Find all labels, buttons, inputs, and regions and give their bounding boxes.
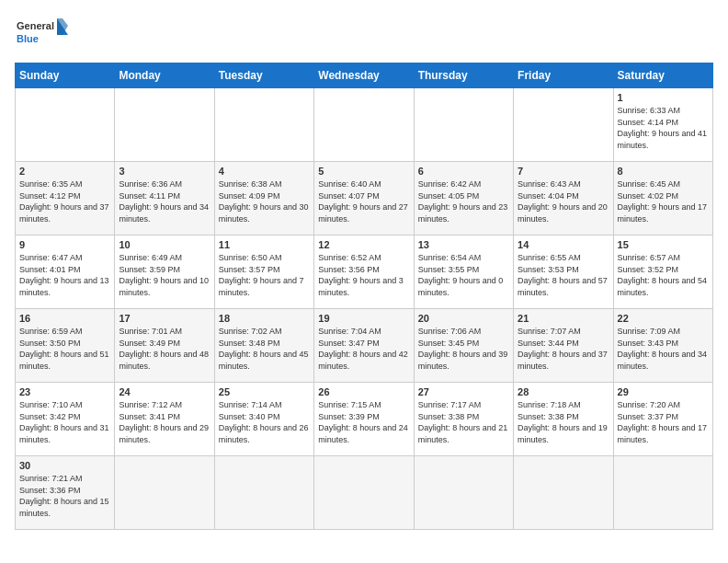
weekday-header: Wednesday [314,63,414,88]
day-number: 14 [518,239,609,250]
day-info: Sunrise: 6:52 AM Sunset: 3:56 PM Dayligh… [318,252,409,298]
day-number: 23 [19,386,110,397]
calendar-cell: 9Sunrise: 6:47 AM Sunset: 4:01 PM Daylig… [16,236,115,309]
calendar-cell: 24Sunrise: 7:12 AM Sunset: 3:41 PM Dayli… [115,383,214,456]
calendar-cell: 18Sunrise: 7:02 AM Sunset: 3:48 PM Dayli… [214,309,313,383]
day-info: Sunrise: 7:18 AM Sunset: 3:38 PM Dayligh… [518,399,609,445]
calendar-cell [214,88,313,162]
weekday-header: Sunday [16,63,115,88]
day-number: 5 [318,166,409,177]
calendar-cell [314,456,414,530]
day-info: Sunrise: 6:47 AM Sunset: 4:01 PM Dayligh… [19,252,110,298]
weekday-header: Monday [115,63,214,88]
day-info: Sunrise: 7:02 AM Sunset: 3:48 PM Dayligh… [219,326,310,372]
header: General Blue [15,15,713,55]
day-info: Sunrise: 7:09 AM Sunset: 3:43 PM Dayligh… [618,326,709,372]
day-info: Sunrise: 7:14 AM Sunset: 3:40 PM Dayligh… [219,399,310,445]
day-number: 21 [518,313,609,324]
svg-text:General: General [17,20,54,31]
calendar-cell: 20Sunrise: 7:06 AM Sunset: 3:45 PM Dayli… [414,309,513,383]
day-info: Sunrise: 6:54 AM Sunset: 3:55 PM Dayligh… [418,252,509,298]
day-number: 4 [219,166,310,177]
weekday-row: SundayMondayTuesdayWednesdayThursdayFrid… [16,63,713,88]
calendar-cell: 23Sunrise: 7:10 AM Sunset: 3:42 PM Dayli… [16,383,115,456]
day-info: Sunrise: 6:59 AM Sunset: 3:50 PM Dayligh… [19,326,110,372]
day-number: 24 [119,386,210,397]
day-number: 16 [19,313,110,324]
day-number: 1 [618,92,709,103]
calendar-cell [214,456,313,530]
calendar-cell [414,88,513,162]
day-number: 13 [418,239,509,250]
day-info: Sunrise: 6:40 AM Sunset: 4:07 PM Dayligh… [318,178,409,224]
calendar-cell: 16Sunrise: 6:59 AM Sunset: 3:50 PM Dayli… [16,309,115,383]
calendar-cell: 11Sunrise: 6:50 AM Sunset: 3:57 PM Dayli… [214,236,313,309]
calendar-cell: 7Sunrise: 6:43 AM Sunset: 4:04 PM Daylig… [514,162,613,236]
day-number: 27 [418,386,509,397]
day-info: Sunrise: 7:15 AM Sunset: 3:39 PM Dayligh… [318,399,409,445]
day-info: Sunrise: 6:35 AM Sunset: 4:12 PM Dayligh… [19,178,110,224]
day-info: Sunrise: 7:12 AM Sunset: 3:41 PM Dayligh… [119,399,210,445]
day-number: 9 [19,239,110,250]
calendar-cell: 28Sunrise: 7:18 AM Sunset: 3:38 PM Dayli… [514,383,613,456]
calendar-cell: 10Sunrise: 6:49 AM Sunset: 3:59 PM Dayli… [115,236,214,309]
day-number: 8 [618,166,709,177]
calendar-body: 1Sunrise: 6:33 AM Sunset: 4:14 PM Daylig… [16,88,713,530]
logo-svg: General Blue [15,15,70,55]
calendar-cell [314,88,414,162]
weekday-header: Thursday [414,63,513,88]
calendar-week: 9Sunrise: 6:47 AM Sunset: 4:01 PM Daylig… [16,236,713,309]
calendar-cell: 3Sunrise: 6:36 AM Sunset: 4:11 PM Daylig… [115,162,214,236]
calendar-cell: 17Sunrise: 7:01 AM Sunset: 3:49 PM Dayli… [115,309,214,383]
day-number: 7 [518,166,609,177]
calendar-cell: 5Sunrise: 6:40 AM Sunset: 4:07 PM Daylig… [314,162,414,236]
calendar-cell: 25Sunrise: 7:14 AM Sunset: 3:40 PM Dayli… [214,383,313,456]
calendar-table: SundayMondayTuesdayWednesdayThursdayFrid… [15,63,713,530]
calendar-cell [16,88,115,162]
day-number: 6 [418,166,509,177]
day-info: Sunrise: 6:33 AM Sunset: 4:14 PM Dayligh… [618,105,709,151]
day-number: 15 [618,239,709,250]
calendar-cell: 1Sunrise: 6:33 AM Sunset: 4:14 PM Daylig… [613,88,712,162]
calendar-week: 1Sunrise: 6:33 AM Sunset: 4:14 PM Daylig… [16,88,713,162]
calendar-cell [514,456,613,530]
day-number: 3 [119,166,210,177]
calendar-cell: 26Sunrise: 7:15 AM Sunset: 3:39 PM Dayli… [314,383,414,456]
calendar-cell [514,88,613,162]
calendar-week: 2Sunrise: 6:35 AM Sunset: 4:12 PM Daylig… [16,162,713,236]
svg-text:Blue: Blue [17,33,39,44]
day-number: 28 [518,386,609,397]
day-number: 29 [618,386,709,397]
day-info: Sunrise: 7:21 AM Sunset: 3:36 PM Dayligh… [19,473,110,519]
day-info: Sunrise: 6:55 AM Sunset: 3:53 PM Dayligh… [518,252,609,298]
day-info: Sunrise: 7:17 AM Sunset: 3:38 PM Dayligh… [418,399,509,445]
day-number: 20 [418,313,509,324]
day-number: 18 [219,313,310,324]
day-info: Sunrise: 6:50 AM Sunset: 3:57 PM Dayligh… [219,252,310,298]
day-info: Sunrise: 6:43 AM Sunset: 4:04 PM Dayligh… [518,178,609,224]
weekday-header: Friday [514,63,613,88]
calendar-cell: 22Sunrise: 7:09 AM Sunset: 3:43 PM Dayli… [613,309,712,383]
day-number: 17 [119,313,210,324]
weekday-header: Tuesday [214,63,313,88]
calendar-cell: 29Sunrise: 7:20 AM Sunset: 3:37 PM Dayli… [613,383,712,456]
day-info: Sunrise: 6:49 AM Sunset: 3:59 PM Dayligh… [119,252,210,298]
calendar-cell [613,456,712,530]
day-number: 30 [19,460,110,471]
day-info: Sunrise: 6:36 AM Sunset: 4:11 PM Dayligh… [119,178,210,224]
calendar-cell: 8Sunrise: 6:45 AM Sunset: 4:02 PM Daylig… [613,162,712,236]
calendar-cell: 21Sunrise: 7:07 AM Sunset: 3:44 PM Dayli… [514,309,613,383]
calendar-week: 16Sunrise: 6:59 AM Sunset: 3:50 PM Dayli… [16,309,713,383]
logo: General Blue [15,15,70,55]
day-number: 25 [219,386,310,397]
day-info: Sunrise: 6:45 AM Sunset: 4:02 PM Dayligh… [618,178,709,224]
day-number: 12 [318,239,409,250]
calendar-cell: 2Sunrise: 6:35 AM Sunset: 4:12 PM Daylig… [16,162,115,236]
calendar-cell [414,456,513,530]
calendar-cell [115,456,214,530]
day-number: 2 [19,166,110,177]
day-number: 19 [318,313,409,324]
day-info: Sunrise: 6:38 AM Sunset: 4:09 PM Dayligh… [219,178,310,224]
calendar-cell: 19Sunrise: 7:04 AM Sunset: 3:47 PM Dayli… [314,309,414,383]
calendar-header: SundayMondayTuesdayWednesdayThursdayFrid… [16,63,713,88]
